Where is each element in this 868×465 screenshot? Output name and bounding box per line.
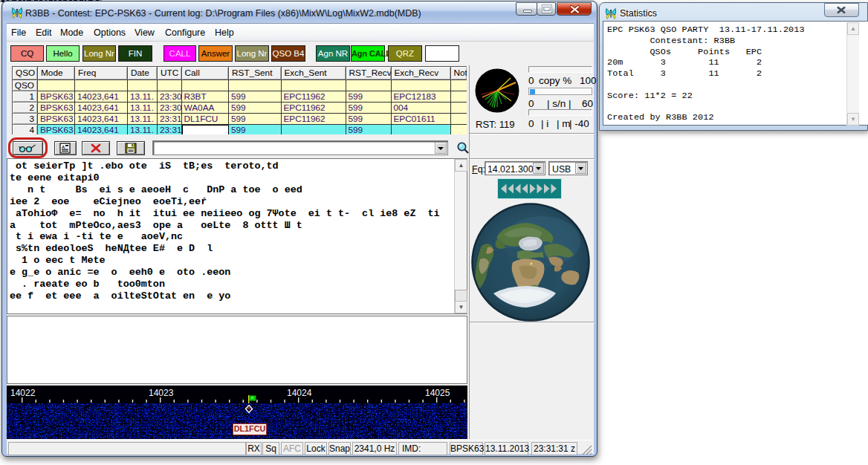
svg-text:A: A (62, 145, 65, 149)
svg-text:14023: 14023 (149, 388, 174, 398)
svg-text:14025: 14025 (425, 388, 450, 398)
svg-text:14022: 14022 (10, 388, 36, 398)
svg-text:14024: 14024 (287, 388, 312, 398)
